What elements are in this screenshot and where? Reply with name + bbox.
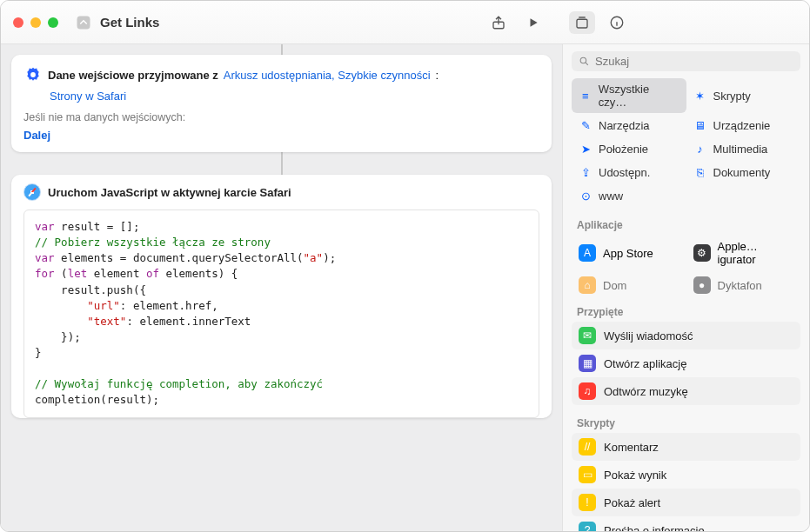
item-label: Odtwórz muzykę <box>604 385 688 398</box>
library-toggle-button[interactable] <box>569 11 595 34</box>
result-icon: ▭ <box>579 466 596 483</box>
pinned-send-message[interactable]: ✉Wyślij wiadomość <box>572 322 800 349</box>
pinned-open-app[interactable]: ▦Otwórz aplikację <box>572 349 800 377</box>
open-app-icon: ▦ <box>579 355 596 372</box>
no-input-label: Jeśli nie ma danych wejściowych: <box>23 111 539 123</box>
category-label: Multimedia <box>713 143 768 156</box>
svg-rect-0 <box>77 16 90 29</box>
run-javascript-action-card[interactable]: Uruchom JavaScript w aktywnej karcie Saf… <box>11 175 552 418</box>
alert-icon: ! <box>579 494 596 511</box>
app-label: Apple…igurator <box>718 240 794 266</box>
connector-line <box>281 44 283 55</box>
safari-icon <box>23 183 41 201</box>
search-input[interactable] <box>595 55 793 68</box>
actions-library-sidebar: ≡Wszystkie czy… ✶Skrypty ✎Narzędzia 🖥Urz… <box>562 44 809 531</box>
home-icon: ⌂ <box>579 276 596 294</box>
connector-line <box>281 152 283 175</box>
category-label: Wszystkie czy… <box>599 83 679 109</box>
category-label: Narzędzia <box>599 119 650 132</box>
category-documents[interactable]: ⎘Dokumenty <box>686 162 801 183</box>
item-label: Pokaż alert <box>604 496 660 509</box>
zoom-window-button[interactable] <box>48 17 58 28</box>
app-label: Dyktafon <box>718 279 762 292</box>
minimize-window-button[interactable] <box>30 17 41 28</box>
location-icon: ➤ <box>579 143 592 156</box>
configurator-icon: ⚙ <box>693 244 711 262</box>
pencil-icon: ✎ <box>579 119 592 132</box>
category-label: Urządzenie <box>713 119 771 132</box>
app-voicememos[interactable]: ●Dyktafon <box>686 271 801 299</box>
no-input-value[interactable]: Dalej <box>23 129 50 142</box>
item-label: Wyślij wiadomość <box>604 329 693 342</box>
messages-icon: ✉ <box>579 327 596 344</box>
wand-icon: ✶ <box>693 90 707 103</box>
music-app-icon: ♫ <box>579 382 596 400</box>
svg-point-5 <box>580 57 586 63</box>
window-controls <box>13 17 58 28</box>
comment-icon: // <box>579 438 596 456</box>
close-window-button[interactable] <box>13 17 23 28</box>
item-label: Otwórz aplikację <box>604 357 686 370</box>
share-button[interactable] <box>489 13 508 32</box>
category-all[interactable]: ≡Wszystkie czy… <box>572 78 686 113</box>
category-scripts[interactable]: ✶Skrypty <box>686 78 801 113</box>
category-label: Skrypty <box>713 90 751 103</box>
music-icon: ♪ <box>693 143 707 156</box>
category-label: Dokumenty <box>713 166 771 179</box>
category-label: Położenie <box>599 143 648 156</box>
receives-label: Dane wejściowe przyjmowane z <box>48 69 218 82</box>
category-device[interactable]: 🖥Urządzenie <box>686 115 801 136</box>
receives-value[interactable]: Arkusz udostępniania, Szybkie czynności <box>224 69 431 82</box>
settings-icon <box>23 65 43 84</box>
category-location[interactable]: ➤Położenie <box>572 138 686 160</box>
category-tools[interactable]: ✎Narzędzia <box>572 115 686 136</box>
item-label: Komentarz <box>604 441 659 454</box>
list-icon: ≡ <box>579 90 592 103</box>
safari-small-icon: ⊙ <box>579 190 592 203</box>
search-field[interactable] <box>572 51 800 71</box>
share-icon: ⇪ <box>579 166 592 179</box>
shortcut-app-icon <box>74 13 93 32</box>
category-label: www <box>599 190 623 203</box>
colon: : <box>436 69 439 82</box>
run-button[interactable] <box>524 13 543 32</box>
document-icon: ⎘ <box>693 166 707 179</box>
category-sharing[interactable]: ⇪Udostępn. <box>572 162 686 183</box>
section-scripts-label: Skrypty <box>563 410 809 433</box>
workflow-editor[interactable]: Dane wejściowe przyjmowane z Arkusz udos… <box>1 44 562 531</box>
svg-point-4 <box>30 72 36 77</box>
titlebar: Get Links <box>1 1 809 44</box>
appstore-icon: A <box>579 244 596 262</box>
action-title: Uruchom JavaScript w aktywnej karcie Saf… <box>48 186 291 199</box>
voicememo-icon: ● <box>693 276 711 294</box>
item-label: Pokaż wynik <box>604 469 666 482</box>
input-settings-card[interactable]: Dane wejściowe przyjmowane z Arkusz udos… <box>11 55 552 152</box>
section-pinned-label: Przypięte <box>563 299 809 322</box>
script-show-alert[interactable]: !Pokaż alert <box>572 489 800 516</box>
category-media[interactable]: ♪Multimedia <box>686 138 801 160</box>
svg-rect-2 <box>577 19 587 28</box>
search-icon <box>579 56 590 67</box>
app-label: Dom <box>603 279 626 292</box>
ask-icon: ? <box>579 522 596 532</box>
app-home[interactable]: ⌂Dom <box>572 271 686 299</box>
category-grid: ≡Wszystkie czy… ✶Skrypty ✎Narzędzia 🖥Urz… <box>563 76 809 212</box>
app-appstore[interactable]: AApp Store <box>572 235 686 271</box>
app-configurator[interactable]: ⚙Apple…igurator <box>686 235 801 271</box>
window-title: Get Links <box>100 15 489 30</box>
script-ask-input[interactable]: ?Prośba o informacje <box>572 516 800 532</box>
app-label: App Store <box>603 247 653 260</box>
section-apps-label: Aplikacje <box>563 212 809 235</box>
pinned-play-music[interactable]: ♫Odtwórz muzykę <box>572 377 800 405</box>
script-show-result[interactable]: ▭Pokaż wynik <box>572 461 800 489</box>
category-web[interactable]: ⊙www <box>572 185 686 207</box>
javascript-code-input[interactable]: var result = []; // Pobierz wszystkie łą… <box>23 209 539 418</box>
input-subtype-value[interactable]: Strony w Safari <box>50 90 126 103</box>
category-label: Udostępn. <box>599 166 650 179</box>
item-label: Prośba o informacje <box>604 524 705 533</box>
info-button[interactable] <box>607 13 626 32</box>
script-comment[interactable]: //Komentarz <box>572 433 800 461</box>
display-icon: 🖥 <box>693 119 707 132</box>
